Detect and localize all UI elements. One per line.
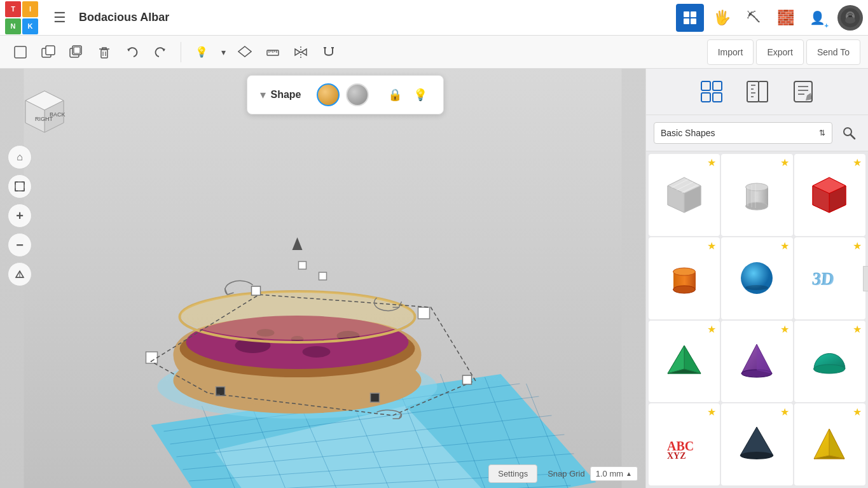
export-button[interactable]: Export [756, 39, 803, 65]
svg-text:XYZ: XYZ [667, 451, 686, 461]
fit-view-button[interactable] [8, 174, 32, 199]
fit-icon [14, 181, 25, 192]
tab-notes[interactable] [788, 76, 818, 107]
snap-grid-label: Snap Grid [548, 469, 585, 478]
svg-rect-69 [463, 375, 472, 384]
svg-text:3D: 3D [812, 269, 836, 289]
shape-item-sphere[interactable]: ★ [721, 237, 792, 319]
nav-cube[interactable]: RIGHT BACK [13, 81, 76, 145]
scene-svg [0, 69, 645, 488]
shape-thumb-cylinder-gray [734, 172, 779, 217]
svg-rect-64 [371, 393, 380, 402]
grid-view-icon [682, 10, 698, 25]
svg-point-115 [745, 202, 768, 210]
panel-collapse-button[interactable]: ❯ [863, 266, 868, 291]
tab-shapes[interactable] [696, 76, 727, 107]
svg-rect-66 [319, 272, 327, 280]
svg-rect-94 [759, 81, 768, 102]
solid-shape-button[interactable] [317, 83, 340, 106]
delete-button[interactable] [92, 39, 117, 65]
star-badge-2: ★ [780, 157, 789, 169]
star-badge-11: ★ [780, 406, 789, 418]
logo-k: K [22, 18, 38, 34]
snap-value-text: 1.0 mm [596, 469, 623, 478]
svg-rect-15 [101, 50, 107, 58]
lock-icon-btn[interactable]: 🔒 [385, 85, 405, 105]
svg-rect-0 [684, 11, 689, 17]
svg-marker-28 [295, 49, 300, 55]
panel-tabs [646, 69, 868, 115]
star-badge-1: ★ [707, 157, 716, 169]
svg-point-8 [845, 17, 855, 24]
shape-item-text3d[interactable]: ★ 3D 3D [794, 237, 865, 319]
send-to-button[interactable]: Send To [806, 39, 860, 65]
svg-rect-68 [252, 286, 261, 295]
user-avatar[interactable] [837, 5, 863, 31]
shape-panel-chevron[interactable]: ▾ [260, 88, 266, 102]
shape-panel-title: Shape [271, 89, 301, 101]
svg-point-125 [673, 286, 695, 293]
design-mode-button[interactable] [676, 4, 704, 32]
magnet-button[interactable] [316, 39, 341, 65]
import-button[interactable]: Import [707, 39, 754, 65]
workplane-button[interactable] [232, 39, 258, 65]
new-shape-icon [13, 45, 27, 59]
shape-item-text-red[interactable]: ★ ABC XYZ [649, 403, 720, 485]
visibility-dropdown-button[interactable]: ▾ [217, 39, 230, 65]
visibility-icon-btn[interactable]: 💡 [410, 85, 431, 105]
shape-item-cone[interactable]: ★ [721, 321, 792, 403]
svg-point-114 [745, 183, 768, 191]
svg-text:BACK: BACK [50, 111, 65, 118]
svg-rect-1 [691, 11, 696, 17]
new-shape-button[interactable] [8, 39, 33, 65]
undo-button[interactable] [120, 39, 145, 65]
star-badge-4: ★ [707, 240, 716, 252]
copy-button[interactable] [36, 39, 61, 65]
tinkercad-logo[interactable]: T I N K [5, 1, 38, 34]
hole-shape-button[interactable] [346, 83, 369, 106]
perspective-button[interactable] [8, 262, 32, 286]
shape-thumb-box-red [808, 172, 852, 217]
shape-item-pyramid[interactable]: ★ [649, 321, 720, 403]
zoom-in-button[interactable]: + [8, 204, 32, 228]
ruler-button[interactable] [260, 39, 286, 65]
add-user-button[interactable]: 👤 + [803, 4, 831, 32]
visibility-button[interactable]: 💡 [189, 39, 214, 65]
svg-rect-9 [15, 46, 26, 58]
svg-point-127 [745, 285, 768, 290]
shape-item-box[interactable]: ★ [649, 154, 720, 236]
star-badge-6: ★ [853, 240, 862, 252]
svg-point-124 [673, 268, 695, 275]
redo-button[interactable] [148, 39, 173, 65]
duplicate-button[interactable] [64, 39, 89, 65]
settings-button[interactable]: Settings [488, 464, 537, 483]
shape-item-box-red[interactable]: ★ [794, 154, 865, 236]
shape-item-dome[interactable]: ★ [794, 321, 865, 403]
shape-thumb-cylinder-orange [662, 256, 706, 300]
toolbar-separator-1 [181, 42, 181, 62]
viewport[interactable]: RIGHT BACK ⌂ + − [0, 69, 645, 488]
mirror-button[interactable] [288, 39, 313, 65]
snap-value-display[interactable]: 1.0 mm ▲ [590, 466, 638, 481]
menu-button[interactable]: ☰ [46, 4, 74, 32]
home-view-button[interactable]: ⌂ [8, 145, 32, 169]
star-badge-10: ★ [707, 406, 716, 418]
shapes-search-button[interactable] [837, 122, 860, 144]
perspective-icon [14, 268, 25, 280]
shape-item-cylinder-gray[interactable]: ★ [721, 154, 792, 236]
code-button[interactable]: ⛏ [740, 4, 768, 32]
shape-item-wedge[interactable]: ★ [794, 403, 865, 485]
shape-thumb-dome [808, 339, 852, 384]
shape-item-cylinder-orange[interactable]: ★ [649, 237, 720, 319]
shape-item-prism[interactable]: ★ [721, 403, 792, 485]
scene-background [0, 69, 645, 488]
bricks-button[interactable]: 🧱 [771, 4, 799, 32]
tab-ruler[interactable] [742, 76, 773, 107]
magnet-icon [322, 45, 336, 59]
shapes-category-dropdown[interactable]: Basic Shapes ⇅ [654, 122, 832, 144]
zoom-out-button[interactable]: − [8, 233, 32, 257]
svg-marker-131 [684, 345, 701, 373]
viewport-controls: ⌂ + − [8, 145, 32, 286]
sim-button[interactable]: 🖐 [708, 4, 736, 32]
svg-marker-143 [829, 429, 844, 459]
